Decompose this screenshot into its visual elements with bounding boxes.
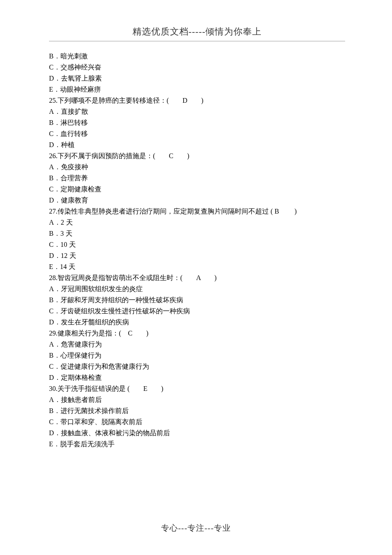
text-line: C．交感神经兴奋 <box>49 62 345 73</box>
text-line: B．淋巴转移 <box>49 117 345 128</box>
text-line: C．血行转移 <box>49 128 345 139</box>
text-line: 27.传染性非典型肺炎患者进行治疗期间，应定期复查胸片间隔时间不超过 ( B ) <box>49 206 345 217</box>
text-line: E．脱手套后无须洗手 <box>49 439 345 450</box>
text-line: E．动眼神经麻痹 <box>49 84 345 95</box>
text-line: D．12 天 <box>49 250 345 261</box>
text-line: D．种植 <box>49 139 345 150</box>
text-line: 29.健康相关行为是指：( C ) <box>49 328 345 339</box>
text-line: C．促进健康行为和危害健康行为 <box>49 361 345 372</box>
text-line: 26.下列不属于病因预防的措施是：( C ) <box>49 150 345 162</box>
page-footer: 专心---专注---专业 <box>0 523 392 534</box>
text-line: B．牙龈和牙周支持组织的一种慢性破坏疾病 <box>49 295 345 306</box>
text-line: D．去氧肾上腺素 <box>49 73 345 84</box>
document-page: 精选优质文档-----倾情为你奉上 B．暗光刺激C．交感神经兴奋D．去氧肾上腺素… <box>0 0 392 555</box>
text-line: A．免疫接种 <box>49 162 345 173</box>
page-header: 精选优质文档-----倾情为你奉上 <box>49 26 345 41</box>
text-line: C．10 天 <box>49 239 345 250</box>
text-line: A．接触患者前后 <box>49 394 345 405</box>
text-line: 28.智齿冠周炎是指智齿萌出不全或阻生时：( A ) <box>49 272 345 283</box>
text-line: D．发生在牙髓组织的疾病 <box>49 317 345 328</box>
text-line: B．3 天 <box>49 228 345 239</box>
document-content: B．暗光刺激C．交感神经兴奋D．去氧肾上腺素E．动眼神经麻痹25.下列哪项不是肺… <box>49 51 345 450</box>
text-line: A．2 天 <box>49 217 345 228</box>
text-line: D．接触血液、体液和被污染的物品前后 <box>49 428 345 439</box>
text-line: C．牙齿硬组织发生慢性进行性破坏的一种疾病 <box>49 306 345 317</box>
text-line: A．直接扩散 <box>49 106 345 117</box>
text-line: C．定期健康检查 <box>49 184 345 195</box>
text-line: A．牙冠周围软组织发生的炎症 <box>49 283 345 295</box>
text-line: D．定期体格检查 <box>49 372 345 383</box>
text-line: 30.关于洗手指征错误的是 ( E ) <box>49 383 345 394</box>
text-line: B．进行无菌技术操作前后 <box>49 405 345 416</box>
text-line: A．危害健康行为 <box>49 339 345 350</box>
text-line: C．带口罩和穿、脱隔离衣前后 <box>49 416 345 428</box>
text-line: 25.下列哪项不是肺癌的主要转移途径：( D ) <box>49 95 345 106</box>
text-line: B．暗光刺激 <box>49 51 345 62</box>
text-line: D．健康教育 <box>49 195 345 206</box>
text-line: B．合理营养 <box>49 173 345 184</box>
text-line: B．心理保健行为 <box>49 350 345 361</box>
text-line: E．14 天 <box>49 261 345 272</box>
